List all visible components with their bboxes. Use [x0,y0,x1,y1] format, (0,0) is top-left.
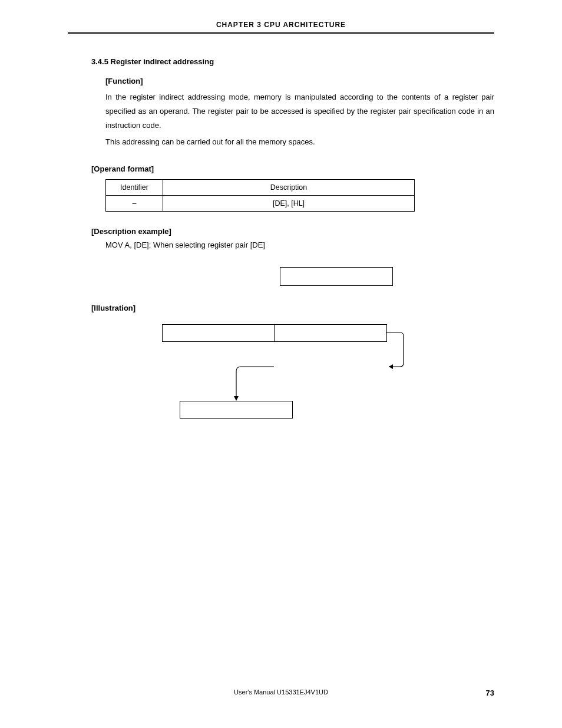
operand-col-description: Description [163,180,415,196]
page-number: 73 [486,689,494,697]
function-heading: [Function] [105,77,494,85]
chapter-header: CHAPTER 3 CPU ARCHITECTURE [68,21,494,32]
svg-marker-1 [234,396,239,401]
operand-table: Identifier Description – [DE], [HL] [105,179,415,212]
section-title: 3.4.5 Register indirect addressing [91,57,494,66]
operand-heading: [Operand format] [91,164,494,173]
operand-col-identifier: Identifier [106,180,163,196]
svg-marker-0 [389,364,393,369]
footer-manual: User's Manual U15331EJ4V1UD [0,689,562,696]
desc-example-heading: [Description example] [91,227,494,236]
illustration-heading: [Illustration] [91,304,494,312]
function-para-2: This addressing can be carried out for a… [105,135,494,149]
diagram-arrows [162,324,415,442]
operand-row1-id: – [106,196,163,212]
empty-box [280,267,393,286]
desc-example-text: MOV A, [DE]; When selecting register pai… [105,241,494,249]
header-rule [68,32,494,34]
function-para-1: In the register indirect addressing mode… [105,90,494,133]
operand-row1-desc: [DE], [HL] [163,196,415,212]
illustration-diagram [162,324,415,442]
